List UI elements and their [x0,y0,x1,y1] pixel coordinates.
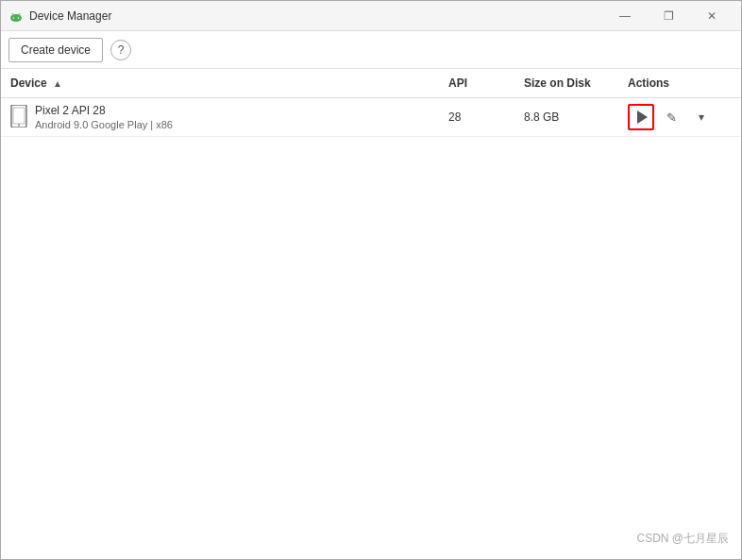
device-manager-window: Device Manager — ❐ ✕ Create device ? Dev… [0,0,742,560]
chevron-down-icon: ▾ [699,110,704,124]
svg-rect-6 [11,105,26,127]
svg-rect-1 [11,16,21,21]
column-header-api[interactable]: API [439,69,514,98]
svg-point-3 [18,17,20,19]
play-icon [637,110,648,124]
more-options-button[interactable]: ▾ [688,104,715,130]
toolbar: Create device ? [1,31,741,69]
table-header-row: Device ▲ API Size on Disk Actions [1,69,741,98]
svg-point-8 [18,125,20,127]
sort-arrow-icon: ▲ [53,78,62,89]
svg-point-2 [13,17,15,19]
svg-rect-7 [13,108,25,124]
device-description: Android 9.0 Google Play | x86 [35,119,173,130]
watermark: CSDN @七月星辰 [636,531,729,547]
window-title: Device Manager [29,9,111,23]
device-table-container: Device ▲ API Size on Disk Actions [1,69,741,559]
app-icon [8,8,24,24]
title-bar-left: Device Manager [8,8,111,24]
device-api: 28 [439,98,514,137]
edit-device-button[interactable]: ✎ [658,104,684,130]
column-header-actions: Actions [618,69,741,98]
title-bar-controls: — ❐ ✕ [603,1,734,31]
create-device-button[interactable]: Create device [8,38,103,62]
column-header-device[interactable]: Device ▲ [1,69,439,98]
device-name: Pixel 2 API 28 [35,104,173,117]
device-phone-icon [10,105,27,127]
maximize-button[interactable]: ❐ [647,1,690,31]
device-cell: Pixel 2 API 28 Android 9.0 Google Play |… [1,98,439,137]
title-bar: Device Manager — ❐ ✕ [1,1,741,31]
help-button[interactable]: ? [110,40,131,60]
pencil-icon: ✎ [666,110,677,125]
device-size: 8.8 GB [514,98,618,137]
minimize-button[interactable]: — [603,1,647,31]
run-device-button[interactable] [628,104,654,130]
column-header-size[interactable]: Size on Disk [514,69,618,98]
close-button[interactable]: ✕ [690,1,734,31]
device-table: Device ▲ API Size on Disk Actions [1,69,741,137]
device-actions-cell: ✎ ▾ [618,98,741,137]
table-body: Pixel 2 API 28 Android 9.0 Google Play |… [1,98,741,137]
table-row: Pixel 2 API 28 Android 9.0 Google Play |… [1,98,741,137]
